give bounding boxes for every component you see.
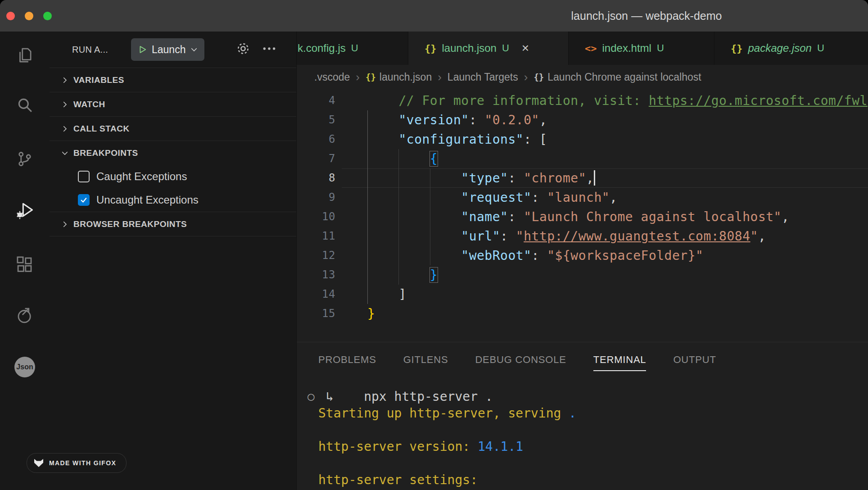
tab-index-html[interactable]: <>index.htmlU	[569, 32, 714, 65]
code-line[interactable]: 8 "type": "chrome",	[297, 168, 868, 188]
breadcrumb-item-launch-json[interactable]: {}launch.json	[366, 71, 432, 83]
code-line[interactable]: 14 ]	[297, 285, 868, 304]
launch-config-button[interactable]: Launch	[131, 38, 204, 61]
breadcrumb-label: Launch Targets	[448, 71, 518, 83]
tab-k-config-js[interactable]: k.config.jsU	[297, 32, 408, 65]
explorer-icon[interactable]	[0, 43, 50, 68]
tab-label: index.html	[602, 42, 651, 54]
line-number[interactable]: 13	[297, 265, 342, 285]
code-line[interactable]: 6 "configurations": [	[297, 130, 868, 149]
code-token: "version"	[398, 113, 469, 127]
window-controls	[6, 0, 52, 32]
code-line[interactable]: 9 "request": "launch",	[297, 188, 868, 207]
bottom-panel: PROBLEMSGITLENSDEBUG CONSOLETERMINALOUTP…	[297, 342, 868, 490]
code-line[interactable]: 5 "version": "0.2.0",	[297, 110, 868, 130]
code-token: // For more information, visit:	[367, 93, 649, 108]
terminal-line: http-server version: 14.1.1	[318, 438, 868, 455]
json-extension-icon[interactable]: Json	[0, 355, 50, 379]
code-token: ,	[758, 229, 766, 244]
breadcrumb-item-vscode[interactable]: .vscode	[314, 71, 350, 83]
section-watch[interactable]: WATCH	[50, 92, 296, 116]
code-editor[interactable]: 4 // For more information, visit: https:…	[297, 89, 868, 342]
breakpoint-item-uncaught-exceptions[interactable]: Uncaught Exceptions	[50, 188, 296, 212]
terminal-output: ↳ npx http-server .Starting up http-serv…	[318, 388, 868, 488]
tab-package-json[interactable]: {}package.jsonU	[714, 32, 868, 65]
section-variables[interactable]: VARIABLES	[50, 68, 296, 92]
code-token: :	[532, 190, 547, 205]
panel-tab-debug-console[interactable]: DEBUG CONSOLE	[475, 354, 566, 366]
section-label: WATCH	[73, 100, 105, 109]
code-token	[367, 171, 461, 186]
code-line-content: "request": "launch",	[342, 188, 868, 207]
minimize-window-button[interactable]	[25, 12, 33, 20]
line-number[interactable]: 12	[297, 246, 342, 265]
html-file-icon: <>	[585, 43, 597, 54]
section-browser-breakpoints[interactable]: BROWSER BREAKPOINTS	[50, 212, 296, 236]
section-label: CALL STACK	[73, 124, 130, 134]
breadcrumb-separator-icon: ›	[356, 70, 360, 84]
git-status-badge: U	[351, 42, 358, 54]
line-number[interactable]: 4	[297, 91, 342, 110]
code-line[interactable]: 7 {	[297, 149, 868, 168]
code-token	[367, 248, 461, 263]
line-number[interactable]: 9	[297, 188, 342, 207]
line-number[interactable]: 10	[297, 207, 342, 227]
line-number[interactable]: 5	[297, 110, 342, 130]
section-call-stack[interactable]: CALL STACK	[50, 116, 296, 141]
code-line[interactable]: 11 "url": "http://www.guangtest.com:8084…	[297, 227, 868, 246]
terminal-decoration-circle: ○	[307, 388, 315, 405]
code-token: "${workspaceFolder}"	[547, 248, 703, 263]
tab-launch-json[interactable]: {}launch.jsonU×	[408, 32, 569, 65]
code-line[interactable]: 4 // For more information, visit: https:…	[297, 91, 868, 110]
terminal-line	[318, 422, 868, 438]
line-number[interactable]: 15	[297, 304, 342, 323]
breakpoint-item-caught-exceptions[interactable]: Caught Exceptions	[50, 165, 296, 188]
code-token: ]	[398, 287, 406, 302]
breadcrumb-separator-icon: ›	[524, 70, 528, 84]
json-file-icon: {}	[425, 43, 437, 54]
panel-tab-terminal[interactable]: TERMINAL	[593, 354, 646, 366]
more-actions-icon[interactable]	[262, 41, 276, 58]
zoom-window-button[interactable]	[43, 12, 52, 20]
extensions-icon[interactable]	[0, 252, 50, 277]
panel-tab-gitlens[interactable]: GITLENS	[403, 354, 448, 366]
terminal[interactable]: ○ ↳ npx http-server .Starting up http-se…	[297, 377, 868, 490]
breadcrumb-label: .vscode	[314, 71, 350, 83]
line-number[interactable]: 7	[297, 149, 342, 168]
section-breakpoints[interactable]: BREAKPOINTS	[50, 141, 296, 165]
chevron-down-icon[interactable]	[190, 45, 198, 54]
line-number[interactable]: 8	[297, 168, 342, 188]
json-file-icon: {}	[731, 43, 743, 54]
indent-guide	[367, 110, 368, 304]
panel-tab-problems[interactable]: PROBLEMS	[318, 354, 376, 366]
code-token	[367, 209, 461, 224]
checkbox[interactable]	[78, 194, 90, 206]
ports-icon[interactable]	[0, 303, 50, 327]
line-number[interactable]: 14	[297, 285, 342, 304]
checkbox[interactable]	[78, 171, 90, 182]
panel-tab-output[interactable]: OUTPUT	[673, 354, 716, 366]
code-line-content: ]	[342, 285, 868, 304]
line-number[interactable]: 6	[297, 130, 342, 149]
close-window-button[interactable]	[6, 12, 15, 20]
code-line[interactable]: 13 }	[297, 265, 868, 285]
code-token: http://www.guangtest.com:8084	[524, 229, 750, 244]
code-line[interactable]: 10 "name": "Launch Chrome against localh…	[297, 207, 868, 227]
code-lines: 4 // For more information, visit: https:…	[297, 91, 868, 323]
code-line[interactable]: 15}	[297, 304, 868, 323]
terminal-text: .	[569, 406, 576, 421]
search-icon[interactable]	[0, 93, 50, 117]
braces-icon: {}	[533, 72, 544, 82]
run-and-debug-icon[interactable]	[0, 198, 50, 222]
code-line[interactable]: 12 "webRoot": "${workspaceFolder}"	[297, 246, 868, 265]
close-icon[interactable]: ×	[522, 41, 529, 55]
source-control-icon[interactable]	[0, 147, 50, 171]
titlebar[interactable]: launch.json — webpack-demo	[0, 0, 868, 32]
code-token	[367, 132, 398, 147]
breadcrumb-item-launch-targets[interactable]: Launch Targets	[448, 71, 518, 83]
line-number[interactable]: 11	[297, 227, 342, 246]
settings-gear-icon[interactable]	[236, 41, 250, 58]
text-cursor	[594, 170, 595, 186]
tab-label: package.json	[748, 42, 812, 54]
breadcrumb-item-launch-chrome-against-localhost[interactable]: {}Launch Chrome against localhost	[533, 71, 701, 83]
